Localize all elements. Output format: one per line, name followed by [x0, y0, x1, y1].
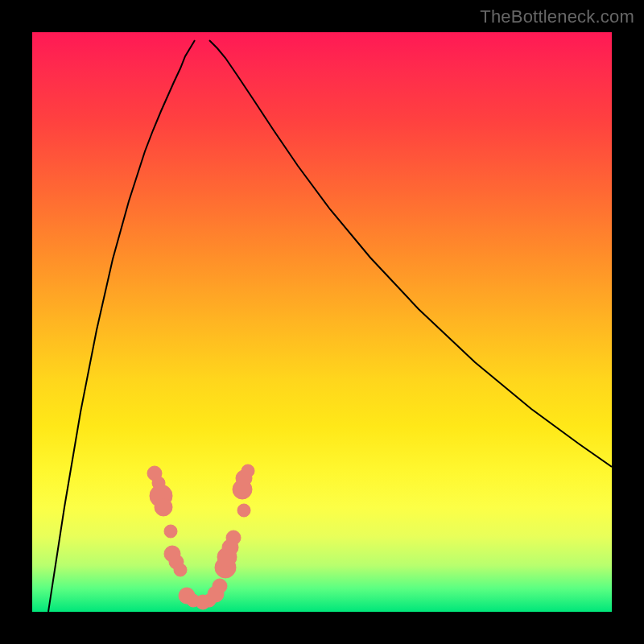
data-marker	[237, 504, 250, 517]
data-marker	[226, 530, 241, 545]
data-marker	[242, 464, 254, 477]
data-marker	[174, 564, 187, 576]
right-curve	[209, 40, 612, 467]
chart-frame: TheBottleneck.com	[0, 0, 644, 644]
chart-svg	[32, 32, 612, 612]
data-marker	[164, 525, 177, 538]
plot-area	[32, 32, 612, 612]
markers-group	[147, 464, 254, 609]
data-marker	[155, 498, 172, 516]
watermark-text: TheBottleneck.com	[480, 6, 634, 27]
data-marker	[213, 579, 227, 593]
